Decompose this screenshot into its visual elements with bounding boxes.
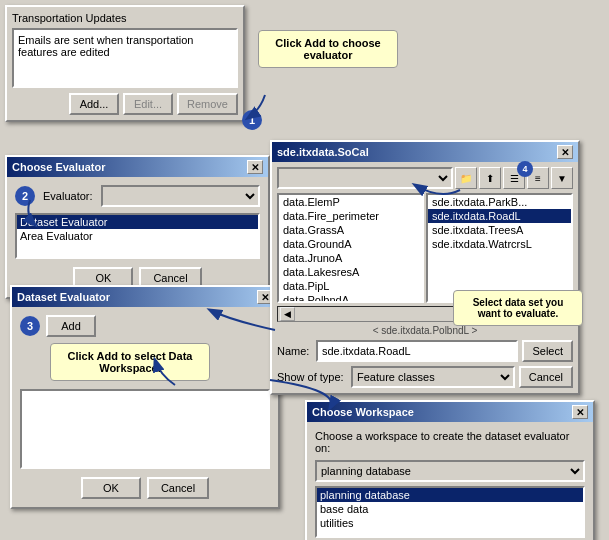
up-button[interactable]: ⬆ [479, 167, 501, 189]
dialog-choose-workspace: Choose Workspace ✕ Choose a workspace to… [305, 400, 595, 540]
browser-cancel-button[interactable]: Cancel [519, 366, 573, 388]
file-item-pip[interactable]: data.PipL [279, 279, 422, 293]
dataset-cancel-button[interactable]: Cancel [147, 477, 209, 499]
dataset-title-bar: Dataset Evaluator ✕ [12, 287, 278, 307]
file-item-ground[interactable]: data.GroundA [279, 237, 422, 251]
badge-2: 2 [15, 186, 35, 206]
databrowser-location-dropdown[interactable] [277, 167, 453, 189]
evaluator-listbox: Dataset Evaluator Area Evaluator [15, 213, 260, 259]
callout2-text: Click Add to select Data Workspace. [68, 350, 193, 374]
select-button[interactable]: Select [522, 340, 573, 362]
remove-button[interactable]: Remove [177, 93, 238, 115]
dialog-choose-evaluator: Choose Evaluator ✕ 2 Evaluator: Dataset … [5, 155, 270, 299]
databrowser-close-button[interactable]: ✕ [557, 145, 573, 159]
workspace-title-bar: Choose Workspace ✕ [307, 402, 593, 422]
dataset-add-button[interactable]: Add [46, 315, 96, 337]
dataset-title-text: Dataset Evaluator [17, 291, 110, 303]
evaluator-title-text: Choose Evaluator [12, 161, 106, 173]
file-list-right: sde.itxdata.ParkB... sde.itxdata.RoadL s… [426, 193, 573, 303]
file-item-fire[interactable]: data.Fire_perimeter [279, 209, 422, 223]
name-input[interactable] [316, 340, 518, 362]
file-item-elemp[interactable]: data.ElemP [279, 195, 422, 209]
transportation-description: Emails are sent when transportation feat… [18, 34, 193, 58]
evaluator-label: Evaluator: [43, 190, 93, 202]
showtype-dropdown[interactable]: Feature classes [351, 366, 515, 388]
transportation-description-box: Emails are sent when transportation feat… [12, 28, 238, 88]
transportation-panel: Transportation Updates Emails are sent w… [5, 5, 245, 122]
callout-select-dataset: Select data set you want to evaluate. [453, 290, 583, 326]
file-item-roadl[interactable]: sde.itxdata.RoadL [428, 209, 571, 223]
dialog-dataset-evaluator: Dataset Evaluator ✕ 3 Add Click Add to s… [10, 285, 280, 509]
badge-4: 4 [517, 161, 533, 177]
add-evaluator-button[interactable]: Add... [69, 93, 119, 115]
workspace-description: Choose a workspace to create the dataset… [315, 430, 585, 454]
file-item-parkb[interactable]: sde.itxdata.ParkB... [428, 195, 571, 209]
workspace-listbox: planning database base data utilities [315, 486, 585, 538]
callout-data-workspace: Click Add to select Data Workspace. [50, 343, 210, 381]
evaluator-close-button[interactable]: ✕ [247, 160, 263, 174]
databrowser-title-text: sde.itxdata.SoCal [277, 146, 369, 158]
callout1-text: Click Add to choose evaluator [275, 37, 380, 61]
file-item-grass[interactable]: data.GrassA [279, 223, 422, 237]
edit-button[interactable]: Edit... [123, 93, 173, 115]
evaluator-item-area[interactable]: Area Evaluator [17, 229, 258, 243]
callout4-text: Select data set you want to evaluate. [473, 297, 564, 319]
workspace-main-dropdown[interactable]: planning database [315, 460, 585, 482]
name-label: Name: [277, 345, 312, 357]
bottom-path-label: < sde.itxdata.PolbndL > [277, 325, 573, 336]
databrowser-title-bar: sde.itxdata.SoCal ✕ [272, 142, 578, 162]
evaluator-title-bar: Choose Evaluator ✕ [7, 157, 268, 177]
file-list-left: data.ElemP data.Fire_perimeter data.Gras… [277, 193, 424, 303]
options-button[interactable]: ▼ [551, 167, 573, 189]
badge-1: 1 [242, 110, 262, 130]
callout-choose-evaluator: Click Add to choose evaluator [258, 30, 398, 68]
evaluator-item-dataset[interactable]: Dataset Evaluator [17, 215, 258, 229]
file-item-jruno[interactable]: data.JrunoA [279, 251, 422, 265]
dataset-content-box [20, 389, 270, 469]
file-item-watrcrs[interactable]: sde.itxdata.WatrcrsL [428, 237, 571, 251]
dataset-ok-button[interactable]: OK [81, 477, 141, 499]
workspace-item-planning[interactable]: planning database [317, 488, 583, 502]
showtype-label: Show of type: [277, 371, 347, 383]
file-item-polbnd[interactable]: data.PolbndA [279, 293, 422, 303]
file-item-trees[interactable]: sde.itxdata.TreesA [428, 223, 571, 237]
workspace-item-utilities[interactable]: utilities [317, 516, 583, 530]
transportation-title: Transportation Updates [12, 12, 238, 24]
scroll-left-btn[interactable]: ◀ [280, 307, 295, 321]
file-item-lakes[interactable]: data.LakesresA [279, 265, 422, 279]
evaluator-dropdown[interactable] [101, 185, 260, 207]
badge-3: 3 [20, 316, 40, 336]
workspace-close-button[interactable]: ✕ [572, 405, 588, 419]
workspace-item-base[interactable]: base data [317, 502, 583, 516]
dialog-data-browser: sde.itxdata.SoCal ✕ 📁 ⬆ ☰ 4 ≡ ▼ Select d… [270, 140, 580, 395]
folder-up-button[interactable]: 📁 [455, 167, 477, 189]
workspace-title-text: Choose Workspace [312, 406, 414, 418]
